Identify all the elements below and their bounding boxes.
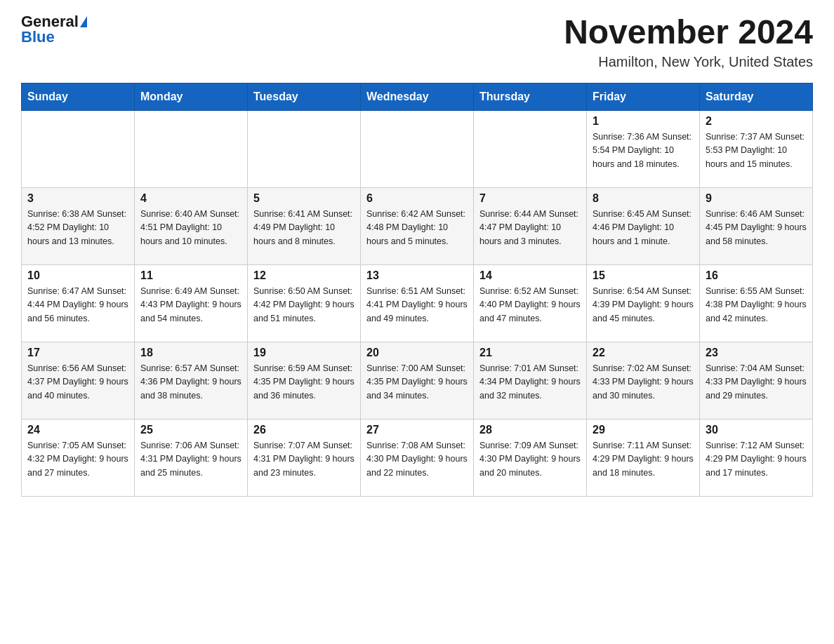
day-info: Sunrise: 7:04 AM Sunset: 4:33 PM Dayligh… bbox=[706, 362, 807, 403]
weekday-header-row: SundayMondayTuesdayWednesdayThursdayFrid… bbox=[22, 83, 813, 110]
calendar-cell: 28Sunrise: 7:09 AM Sunset: 4:30 PM Dayli… bbox=[474, 419, 587, 496]
day-number: 15 bbox=[593, 269, 694, 282]
day-info: Sunrise: 6:45 AM Sunset: 4:46 PM Dayligh… bbox=[593, 208, 694, 248]
day-info: Sunrise: 6:54 AM Sunset: 4:39 PM Dayligh… bbox=[593, 285, 694, 326]
calendar-cell: 18Sunrise: 6:57 AM Sunset: 4:36 PM Dayli… bbox=[135, 342, 248, 419]
day-number: 23 bbox=[706, 347, 807, 359]
day-info: Sunrise: 7:12 AM Sunset: 4:29 PM Dayligh… bbox=[706, 439, 807, 480]
day-number: 4 bbox=[140, 192, 241, 205]
logo-general-text: General bbox=[21, 14, 79, 29]
day-number: 12 bbox=[253, 269, 355, 282]
day-number: 22 bbox=[593, 347, 694, 359]
day-info: Sunrise: 7:02 AM Sunset: 4:33 PM Dayligh… bbox=[593, 362, 694, 403]
day-info: Sunrise: 6:56 AM Sunset: 4:37 PM Dayligh… bbox=[27, 362, 128, 403]
day-number: 18 bbox=[140, 347, 241, 359]
calendar-cell: 25Sunrise: 7:06 AM Sunset: 4:31 PM Dayli… bbox=[135, 419, 248, 496]
calendar-cell: 6Sunrise: 6:42 AM Sunset: 4:48 PM Daylig… bbox=[361, 187, 474, 264]
calendar-cell: 21Sunrise: 7:01 AM Sunset: 4:34 PM Dayli… bbox=[474, 342, 587, 419]
day-info: Sunrise: 7:11 AM Sunset: 4:29 PM Dayligh… bbox=[593, 439, 694, 480]
weekday-header-monday: Monday bbox=[135, 83, 248, 110]
day-number: 16 bbox=[706, 269, 807, 282]
day-info: Sunrise: 6:46 AM Sunset: 4:45 PM Dayligh… bbox=[706, 208, 807, 248]
calendar-cell: 7Sunrise: 6:44 AM Sunset: 4:47 PM Daylig… bbox=[474, 187, 587, 264]
calendar-cell: 30Sunrise: 7:12 AM Sunset: 4:29 PM Dayli… bbox=[700, 419, 813, 496]
calendar-cell bbox=[22, 110, 135, 187]
day-info: Sunrise: 6:49 AM Sunset: 4:43 PM Dayligh… bbox=[140, 285, 241, 326]
week-row-2: 3Sunrise: 6:38 AM Sunset: 4:52 PM Daylig… bbox=[22, 187, 813, 264]
calendar-cell: 8Sunrise: 6:45 AM Sunset: 4:46 PM Daylig… bbox=[587, 187, 700, 264]
calendar-cell: 20Sunrise: 7:00 AM Sunset: 4:35 PM Dayli… bbox=[361, 342, 474, 419]
calendar-cell: 17Sunrise: 6:56 AM Sunset: 4:37 PM Dayli… bbox=[22, 342, 135, 419]
day-info: Sunrise: 7:37 AM Sunset: 5:53 PM Dayligh… bbox=[706, 130, 807, 171]
day-number: 7 bbox=[479, 192, 581, 205]
page-header: General Blue November 2024 Hamilton, New… bbox=[21, 14, 813, 70]
day-info: Sunrise: 7:07 AM Sunset: 4:31 PM Dayligh… bbox=[253, 439, 355, 480]
calendar-cell: 11Sunrise: 6:49 AM Sunset: 4:43 PM Dayli… bbox=[135, 264, 248, 342]
day-info: Sunrise: 7:00 AM Sunset: 4:35 PM Dayligh… bbox=[366, 362, 468, 403]
calendar-cell bbox=[361, 110, 474, 187]
calendar-cell: 14Sunrise: 6:52 AM Sunset: 4:40 PM Dayli… bbox=[474, 264, 587, 342]
logo: General Blue bbox=[21, 14, 87, 45]
day-info: Sunrise: 6:52 AM Sunset: 4:40 PM Dayligh… bbox=[479, 285, 581, 326]
day-info: Sunrise: 6:44 AM Sunset: 4:47 PM Dayligh… bbox=[479, 208, 581, 248]
logo-triangle-icon bbox=[80, 16, 87, 27]
day-info: Sunrise: 6:42 AM Sunset: 4:48 PM Dayligh… bbox=[366, 208, 468, 248]
day-number: 10 bbox=[27, 269, 128, 282]
calendar-cell: 1Sunrise: 7:36 AM Sunset: 5:54 PM Daylig… bbox=[587, 110, 700, 187]
day-info: Sunrise: 6:40 AM Sunset: 4:51 PM Dayligh… bbox=[140, 208, 241, 248]
calendar-cell: 9Sunrise: 6:46 AM Sunset: 4:45 PM Daylig… bbox=[700, 187, 813, 264]
calendar-cell bbox=[135, 110, 248, 187]
day-info: Sunrise: 6:59 AM Sunset: 4:35 PM Dayligh… bbox=[253, 362, 355, 403]
day-number: 30 bbox=[706, 424, 807, 436]
day-number: 13 bbox=[366, 269, 468, 282]
weekday-header-friday: Friday bbox=[587, 83, 700, 110]
calendar-cell: 27Sunrise: 7:08 AM Sunset: 4:30 PM Dayli… bbox=[361, 419, 474, 496]
day-info: Sunrise: 6:41 AM Sunset: 4:49 PM Dayligh… bbox=[253, 208, 355, 248]
day-info: Sunrise: 6:57 AM Sunset: 4:36 PM Dayligh… bbox=[140, 362, 241, 403]
day-number: 1 bbox=[593, 115, 694, 128]
calendar-cell: 4Sunrise: 6:40 AM Sunset: 4:51 PM Daylig… bbox=[135, 187, 248, 264]
day-number: 9 bbox=[706, 192, 807, 205]
weekday-header-sunday: Sunday bbox=[22, 83, 135, 110]
weekday-header-thursday: Thursday bbox=[474, 83, 587, 110]
day-number: 20 bbox=[366, 347, 468, 359]
location-title: Hamilton, New York, United States bbox=[564, 54, 813, 70]
day-number: 29 bbox=[593, 424, 694, 436]
day-number: 24 bbox=[27, 424, 128, 436]
calendar-table: SundayMondayTuesdayWednesdayThursdayFrid… bbox=[21, 83, 813, 497]
day-number: 3 bbox=[27, 192, 128, 205]
calendar-cell: 29Sunrise: 7:11 AM Sunset: 4:29 PM Dayli… bbox=[587, 419, 700, 496]
calendar-cell: 12Sunrise: 6:50 AM Sunset: 4:42 PM Dayli… bbox=[248, 264, 361, 342]
calendar-cell: 5Sunrise: 6:41 AM Sunset: 4:49 PM Daylig… bbox=[248, 187, 361, 264]
day-info: Sunrise: 6:47 AM Sunset: 4:44 PM Dayligh… bbox=[27, 285, 128, 326]
day-info: Sunrise: 7:06 AM Sunset: 4:31 PM Dayligh… bbox=[140, 439, 241, 480]
weekday-header-saturday: Saturday bbox=[700, 83, 813, 110]
day-number: 25 bbox=[140, 424, 241, 436]
week-row-4: 17Sunrise: 6:56 AM Sunset: 4:37 PM Dayli… bbox=[22, 342, 813, 419]
day-number: 21 bbox=[479, 347, 581, 359]
calendar-cell: 26Sunrise: 7:07 AM Sunset: 4:31 PM Dayli… bbox=[248, 419, 361, 496]
day-info: Sunrise: 7:08 AM Sunset: 4:30 PM Dayligh… bbox=[366, 439, 468, 480]
calendar-cell: 23Sunrise: 7:04 AM Sunset: 4:33 PM Dayli… bbox=[700, 342, 813, 419]
logo-blue-text: Blue bbox=[21, 29, 55, 45]
day-number: 19 bbox=[253, 347, 355, 359]
day-number: 5 bbox=[253, 192, 355, 205]
day-info: Sunrise: 7:05 AM Sunset: 4:32 PM Dayligh… bbox=[27, 439, 128, 480]
day-info: Sunrise: 7:36 AM Sunset: 5:54 PM Dayligh… bbox=[593, 130, 694, 171]
calendar-cell bbox=[248, 110, 361, 187]
calendar-cell: 10Sunrise: 6:47 AM Sunset: 4:44 PM Dayli… bbox=[22, 264, 135, 342]
day-number: 28 bbox=[479, 424, 581, 436]
weekday-header-tuesday: Tuesday bbox=[248, 83, 361, 110]
calendar-cell: 16Sunrise: 6:55 AM Sunset: 4:38 PM Dayli… bbox=[700, 264, 813, 342]
day-number: 11 bbox=[140, 269, 241, 282]
week-row-5: 24Sunrise: 7:05 AM Sunset: 4:32 PM Dayli… bbox=[22, 419, 813, 496]
day-number: 2 bbox=[706, 115, 807, 128]
month-title: November 2024 bbox=[564, 14, 813, 51]
day-info: Sunrise: 6:50 AM Sunset: 4:42 PM Dayligh… bbox=[253, 285, 355, 326]
day-number: 27 bbox=[366, 424, 468, 436]
day-number: 14 bbox=[479, 269, 581, 282]
calendar-cell: 22Sunrise: 7:02 AM Sunset: 4:33 PM Dayli… bbox=[587, 342, 700, 419]
week-row-3: 10Sunrise: 6:47 AM Sunset: 4:44 PM Dayli… bbox=[22, 264, 813, 342]
day-number: 17 bbox=[27, 347, 128, 359]
day-info: Sunrise: 6:51 AM Sunset: 4:41 PM Dayligh… bbox=[366, 285, 468, 326]
